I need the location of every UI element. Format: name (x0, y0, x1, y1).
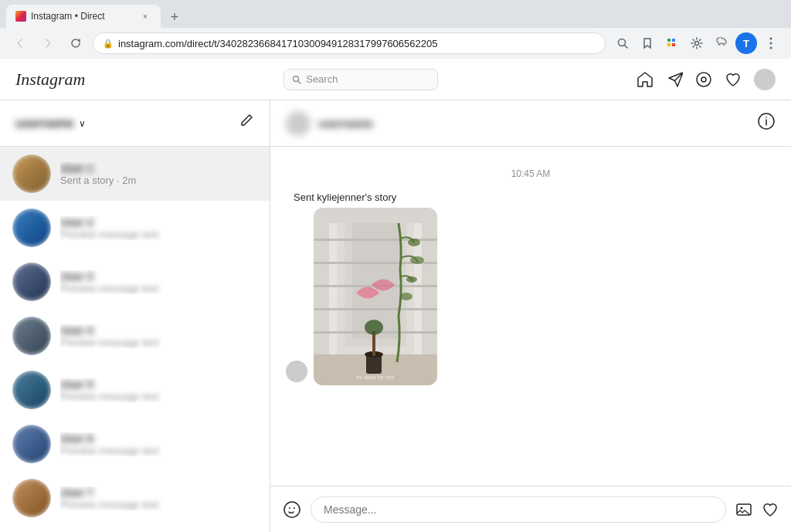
dm-info: User 2 Preview message text (60, 216, 257, 240)
dm-name: User 7 (60, 486, 257, 499)
heart-icon[interactable] (762, 501, 779, 518)
svg-point-41 (741, 507, 743, 509)
avatar (12, 317, 51, 355)
conversation-list: User 1 Sent a story · 2m User 2 Preview … (0, 147, 270, 532)
story-image[interactable]: be dead be free (314, 208, 437, 385)
list-item[interactable]: User 2 Preview message text (0, 201, 270, 255)
dm-preview: Preview message text (60, 499, 257, 510)
dm-info: User 5 Preview message text (60, 378, 257, 402)
dm-info: User 7 Preview message text (60, 486, 257, 510)
chevron-down-icon: ∨ (79, 118, 86, 129)
new-tab-button[interactable]: + (164, 6, 185, 28)
browser-profile-icon[interactable]: T (735, 32, 757, 54)
home-nav-icon[interactable] (637, 71, 654, 88)
direct-nav-icon[interactable] (666, 71, 683, 88)
svg-rect-5 (672, 43, 675, 46)
svg-point-39 (294, 507, 295, 509)
tab-close-button[interactable]: × (139, 10, 151, 22)
list-item[interactable]: User 3 Preview message text (0, 255, 270, 309)
emoji-button[interactable] (283, 500, 301, 519)
list-item[interactable]: User 5 Preview message text (0, 363, 270, 417)
dm-name: User 1 (60, 162, 257, 175)
svg-rect-3 (672, 39, 675, 42)
refresh-button[interactable] (65, 32, 87, 54)
svg-point-9 (770, 47, 772, 49)
dm-name: User 5 (60, 378, 257, 391)
svg-point-8 (770, 42, 772, 45)
svg-point-12 (697, 73, 711, 86)
forward-button[interactable] (37, 32, 59, 54)
dm-info: User 4 Preview message text (60, 324, 257, 348)
list-item[interactable]: User 1 Sent a story · 2m (0, 147, 270, 201)
search-icon (292, 75, 301, 84)
explore-nav-icon[interactable] (695, 71, 712, 88)
svg-point-37 (284, 502, 300, 517)
back-button[interactable] (9, 32, 31, 54)
chat-header-name: username (318, 117, 373, 130)
chat-area: username 10:45 AM Sent kyliejenner's sto… (270, 100, 791, 532)
dm-name: User 3 (60, 270, 257, 283)
instagram-header: Instagram Search (0, 59, 791, 100)
story-image-svg: be dead be free (314, 208, 437, 385)
svg-rect-2 (667, 39, 670, 42)
avatar (12, 154, 51, 193)
list-item[interactable]: User 6 Preview message text (0, 417, 270, 471)
instagram-nav-icons (637, 69, 776, 90)
user-avatar-nav[interactable] (754, 69, 776, 90)
svg-rect-4 (667, 43, 670, 46)
bookmark-icon[interactable] (637, 32, 658, 54)
dm-preview: Sent a story · 2m (60, 175, 257, 186)
search-placeholder: Search (306, 73, 338, 85)
dm-info: User 1 Sent a story · 2m (60, 162, 257, 186)
dm-preview: Preview message text (60, 337, 257, 348)
avatar (12, 208, 51, 247)
message-input[interactable] (311, 496, 726, 523)
svg-point-30 (406, 276, 417, 283)
chat-messages: 10:45 AM Sent kyliejenner's story (270, 147, 791, 486)
svg-point-38 (289, 507, 290, 509)
dm-container: username ∨ User 1 Sent a story · 2m (0, 100, 791, 532)
browser-menu-icon[interactable] (760, 32, 782, 54)
sent-story-label: Sent kyliejenner's story (294, 191, 776, 203)
avatar (12, 371, 51, 409)
dm-info: User 3 Preview message text (60, 270, 257, 294)
tab-title: Instagram • Direct (31, 11, 134, 22)
image-upload-icon[interactable] (735, 501, 752, 518)
chat-info-icon[interactable] (757, 112, 776, 134)
tab-favicon (15, 11, 26, 22)
url-text: instagram.com/direct/t/34028236684171030… (118, 38, 437, 49)
dm-preview: Preview message text (60, 283, 257, 294)
chat-header-user[interactable]: username (286, 111, 373, 136)
dm-name: User 4 (60, 324, 257, 337)
svg-line-11 (298, 81, 300, 83)
dm-sidebar: username ∨ User 1 Sent a story · 2m (0, 100, 270, 532)
browser-search-icon[interactable] (612, 32, 633, 54)
svg-point-28 (408, 239, 420, 246)
chat-header: username (270, 100, 791, 147)
dm-preview: Preview message text (60, 229, 257, 240)
avatar (12, 425, 51, 463)
active-tab[interactable]: Instagram • Direct × (6, 5, 161, 28)
extensions-icon[interactable] (711, 32, 732, 54)
dm-info: User 6 Preview message text (60, 432, 257, 456)
browser-toolbar: 🔒 instagram.com/direct/t/340282366841710… (0, 28, 791, 59)
dm-preview: Preview message text (60, 445, 257, 456)
avatar (12, 263, 51, 301)
chat-header-avatar (286, 111, 311, 136)
list-item[interactable]: User 4 Preview message text (0, 309, 270, 363)
instagram-search[interactable]: Search (283, 69, 438, 90)
list-item[interactable]: User 7 Preview message text (0, 471, 270, 525)
sidebar-username: username (15, 117, 74, 130)
apps-grid-icon[interactable] (661, 32, 683, 54)
browser-chrome: Instagram • Direct × + 🔒 instagram.com/d… (0, 0, 791, 59)
svg-point-10 (294, 76, 299, 81)
instagram-logo: Instagram (15, 69, 85, 90)
chat-input-area (270, 486, 791, 532)
heart-nav-icon[interactable] (725, 71, 742, 88)
sidebar-user-selector[interactable]: username ∨ (15, 117, 86, 130)
svg-point-7 (770, 38, 772, 40)
settings-icon[interactable] (686, 32, 708, 54)
compose-icon[interactable] (237, 113, 254, 134)
svg-point-6 (695, 42, 699, 46)
address-bar[interactable]: 🔒 instagram.com/direct/t/340282366841710… (93, 32, 606, 54)
